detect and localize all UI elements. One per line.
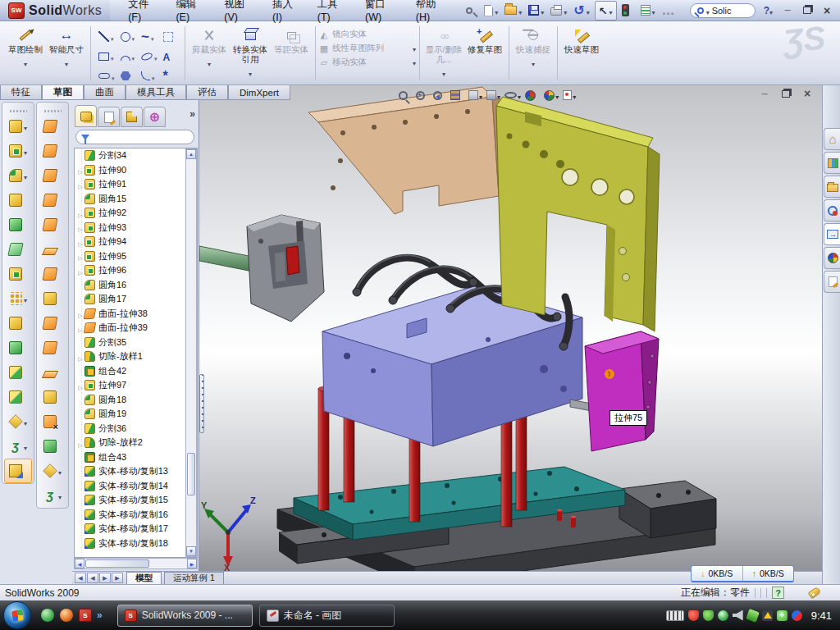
scroll-thumb[interactable]	[85, 559, 149, 568]
swept-surface-icon[interactable]	[39, 163, 66, 188]
expand-arrow-icon[interactable]	[76, 263, 84, 278]
ellipse-icon[interactable]	[139, 47, 160, 66]
open-icon[interactable]	[503, 2, 523, 20]
dropdown-caret-icon[interactable]	[518, 88, 521, 103]
dropdown-caret-icon[interactable]	[518, 3, 522, 18]
commandmanager-tab[interactable]: 曲面	[84, 85, 126, 100]
scroll-right-button[interactable]: ▶	[187, 559, 197, 568]
doc-minimize-button[interactable]	[758, 88, 771, 99]
commandmanager-tab[interactable]: 模具工具	[126, 85, 186, 100]
close-button[interactable]	[820, 5, 833, 16]
menu-item[interactable]: 视图(V)	[214, 0, 262, 21]
new-document-icon[interactable]	[482, 2, 500, 20]
warning-icon[interactable]	[762, 610, 773, 621]
expand-arrow-icon[interactable]	[76, 235, 84, 249]
dropdown-caret-icon[interactable]	[652, 3, 655, 18]
menu-item[interactable]: 插入(I)	[262, 0, 308, 21]
menu-item[interactable]: 窗口(W)	[355, 0, 406, 21]
file-explorer-tab[interactable]	[824, 176, 840, 198]
property-manager-tab[interactable]	[98, 107, 120, 127]
feature-tree-item[interactable]: 切除-放样1	[75, 349, 197, 364]
knit-surface-icon[interactable]	[39, 385, 66, 409]
menu-item[interactable]: 工具(T)	[308, 0, 355, 21]
pplive-icon[interactable]	[60, 609, 73, 622]
dropdown-caret-icon[interactable]	[58, 463, 62, 478]
mirror-entities-button[interactable]: 镜向实体	[319, 29, 416, 40]
feature-tree-item[interactable]: 实体-移动/复制15	[75, 493, 197, 508]
draft-icon[interactable]	[4, 237, 32, 262]
dropdown-caret-icon[interactable]	[24, 168, 27, 183]
linear-pattern-icon[interactable]	[4, 286, 32, 311]
tag-icon[interactable]	[808, 587, 822, 599]
dropdown-caret-icon[interactable]	[495, 3, 498, 18]
feature-tree-item[interactable]: 实体-移动/复制16	[75, 508, 197, 523]
expand-arrow-icon[interactable]	[76, 162, 84, 177]
display-style-icon[interactable]	[486, 87, 501, 103]
move-entities-button[interactable]: 移动实体	[319, 57, 416, 68]
line-icon[interactable]	[96, 27, 117, 46]
feature-tree-item[interactable]: 分割36	[75, 422, 197, 436]
previous-view-icon[interactable]	[432, 87, 447, 103]
scroll-left-button[interactable]: ◀	[75, 559, 84, 568]
instant3d-icon[interactable]	[4, 459, 32, 483]
offset-entities-button[interactable]: 等距实体	[271, 25, 312, 54]
search-caret-icon[interactable]	[706, 3, 710, 18]
feature-tree-item[interactable]: 组合43	[75, 450, 197, 465]
dropdown-caret-icon[interactable]	[111, 49, 114, 64]
quick-launch-overflow[interactable]: »	[97, 609, 103, 621]
speaker-icon[interactable]	[733, 610, 743, 621]
point-icon[interactable]	[161, 66, 180, 85]
appearances-tab[interactable]	[824, 247, 840, 269]
dome-icon[interactable]	[39, 434, 66, 459]
curve-icon[interactable]	[39, 483, 66, 508]
spline-icon[interactable]	[139, 27, 160, 46]
net-speed-widget[interactable]: 0KB/S 0KB/S	[691, 565, 794, 582]
panel-splitter-handle[interactable]	[199, 374, 204, 433]
move-copy-body-icon[interactable]	[4, 385, 32, 409]
undo-icon[interactable]	[572, 2, 591, 20]
combine-icon[interactable]	[4, 336, 32, 360]
scroll-up-button[interactable]: ▲	[186, 149, 196, 159]
pin-icon[interactable]	[464, 2, 479, 20]
minimize-button[interactable]	[781, 5, 794, 16]
dropdown-caret-icon[interactable]	[573, 88, 576, 103]
usb-icon[interactable]	[746, 609, 760, 623]
lofted-surface-icon[interactable]	[39, 188, 66, 212]
text-icon[interactable]	[161, 47, 180, 66]
solidworks-resources-tab[interactable]	[824, 128, 840, 150]
commandmanager-tab[interactable]: 特征	[0, 85, 42, 100]
design-library-tab[interactable]	[824, 152, 840, 174]
hide-show-items-icon[interactable]	[504, 87, 522, 103]
view-palette-tab[interactable]	[824, 223, 840, 245]
trim-surface-icon[interactable]	[39, 336, 66, 360]
dropdown-caret-icon[interactable]	[24, 414, 27, 429]
delete-face-icon[interactable]	[39, 409, 66, 434]
search-input[interactable]	[712, 6, 748, 16]
task-button[interactable]: SolidWorks 2009 - ...	[117, 605, 253, 627]
display-delete-relations-button[interactable]: 显示/删除几...	[423, 25, 464, 80]
expand-arrow-icon[interactable]	[76, 378, 84, 393]
extend-surface-icon[interactable]	[39, 311, 66, 336]
hole-wizard-icon[interactable]	[4, 262, 32, 286]
next-tab-button[interactable]: ▶	[99, 573, 111, 583]
linear-sketch-pattern-button[interactable]: 线性草图阵列	[319, 43, 416, 54]
zoom-to-area-icon[interactable]	[415, 87, 430, 103]
arc-icon[interactable]	[118, 47, 139, 66]
status-help-icon[interactable]: ?	[772, 587, 784, 599]
section-view-icon[interactable]	[450, 87, 465, 103]
radiate-surface-icon[interactable]	[39, 286, 66, 311]
doc-restore-button[interactable]	[779, 88, 792, 99]
dropdown-caret-icon[interactable]	[555, 88, 559, 103]
feature-tree-item[interactable]: 切除-放样2	[75, 436, 197, 450]
planar-surface-icon[interactable]	[39, 237, 66, 262]
red-shield-icon[interactable]	[688, 610, 699, 621]
menu-item[interactable]: 帮助(H)	[406, 0, 454, 21]
fillet-icon[interactable]	[4, 163, 32, 188]
dropdown-caret-icon[interactable]	[541, 3, 544, 18]
circle-icon[interactable]	[118, 27, 139, 46]
configuration-manager-tab[interactable]	[121, 107, 143, 127]
trim-entities-button[interactable]: 剪裁实体	[189, 25, 230, 70]
dropdown-caret-icon[interactable]	[24, 119, 27, 134]
messenger-icon[interactable]	[41, 609, 54, 622]
print-icon[interactable]	[549, 2, 568, 20]
